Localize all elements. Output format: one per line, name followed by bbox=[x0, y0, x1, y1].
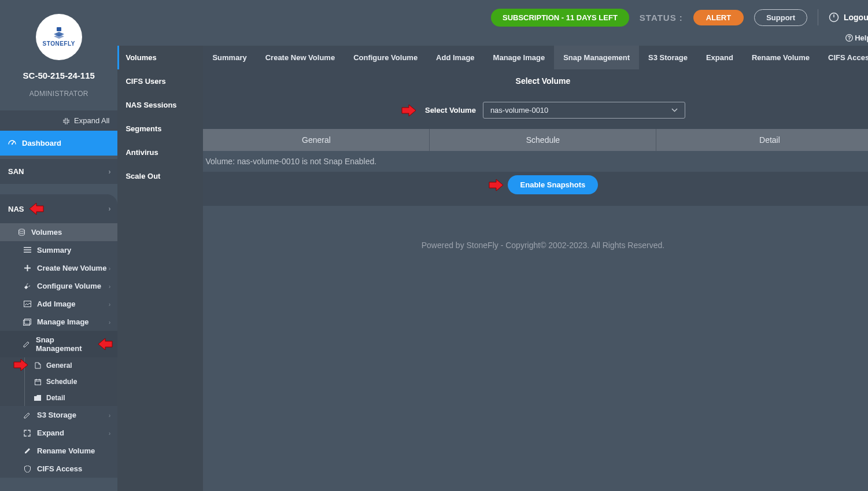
secnav-item-nas-sessions[interactable]: NAS Sessions bbox=[117, 93, 203, 117]
sidebar-item-dashboard[interactable]: Dashboard bbox=[0, 131, 117, 156]
database-icon bbox=[17, 228, 25, 237]
plus-icon bbox=[23, 264, 31, 272]
calendar-icon bbox=[34, 378, 42, 386]
logout-label: Logout bbox=[844, 13, 868, 22]
sidebar-item-add-image[interactable]: Add Image › bbox=[0, 295, 117, 313]
tab-configure-volume[interactable]: Configure Volume bbox=[344, 46, 427, 69]
secnav-label: Antivirus bbox=[125, 148, 158, 157]
tab-cifs-access[interactable]: CIFS Access bbox=[819, 46, 868, 69]
edit-icon bbox=[23, 411, 31, 419]
sidebar-item-label: Create New Volume bbox=[37, 264, 106, 272]
logout-button[interactable]: Logout bbox=[829, 12, 868, 23]
sidebar-item-label: Volumes bbox=[31, 228, 62, 237]
stonefly-logo-icon bbox=[51, 27, 67, 39]
brand-logo: STONEFLY bbox=[0, 0, 117, 60]
subtab-label: Schedule bbox=[526, 135, 560, 145]
sidebar: STONEFLY SC-50-215-24-115 ADMINISTRATOR … bbox=[0, 0, 117, 491]
support-button[interactable]: Support bbox=[754, 9, 807, 26]
secnav-item-segments[interactable]: Segments bbox=[117, 117, 203, 141]
svg-rect-3 bbox=[24, 301, 31, 307]
subtab-label: Detail bbox=[759, 135, 780, 145]
sidebar-item-detail[interactable]: Detail bbox=[0, 390, 117, 406]
tab-label: CIFS Access bbox=[828, 53, 868, 62]
subtab-label: General bbox=[302, 135, 331, 145]
subscription-badge[interactable]: SUBSCRIPTION - 11 DAYS LEFT bbox=[491, 9, 629, 27]
sidebar-item-summary[interactable]: Summary bbox=[0, 241, 117, 259]
pencil-icon bbox=[23, 447, 31, 455]
main-content: SUBSCRIPTION - 11 DAYS LEFT STATUS : ALE… bbox=[117, 0, 868, 491]
volume-select[interactable]: nas-volume-0010 bbox=[483, 102, 685, 119]
help-icon bbox=[845, 34, 853, 42]
tab-summary[interactable]: Summary bbox=[203, 46, 256, 69]
images-icon bbox=[23, 318, 31, 326]
sidebar-item-nas[interactable]: NAS › bbox=[0, 194, 117, 223]
brand-name: STONEFLY bbox=[43, 40, 75, 47]
secnav-label: Volumes bbox=[125, 53, 156, 62]
secnav-label: Scale Out bbox=[125, 172, 160, 180]
volume-status-text: Volume: nas-volume-0010 is not Snap Enab… bbox=[203, 151, 868, 172]
subtab-schedule[interactable]: Schedule bbox=[430, 129, 656, 151]
sidebar-item-label: SAN bbox=[8, 167, 24, 176]
tab-manage-image[interactable]: Manage Image bbox=[484, 46, 555, 69]
sidebar-item-manage-image[interactable]: Manage Image › bbox=[0, 313, 117, 331]
divider bbox=[818, 9, 818, 25]
svg-point-2 bbox=[19, 229, 24, 231]
secnav-label: Segments bbox=[125, 124, 161, 133]
sidebar-item-s3-storage[interactable]: S3 Storage › bbox=[0, 406, 117, 424]
subtab-detail[interactable]: Detail bbox=[656, 129, 868, 151]
sidebar-item-volumes[interactable]: Volumes bbox=[0, 223, 117, 241]
sidebar-item-create-volume[interactable]: Create New Volume › bbox=[0, 259, 117, 277]
tab-label: Expand bbox=[706, 53, 733, 62]
secnav-item-scale-out[interactable]: Scale Out bbox=[117, 164, 203, 188]
tab-s3-storage[interactable]: S3 Storage bbox=[639, 46, 697, 69]
sidebar-item-general[interactable]: General bbox=[0, 357, 117, 374]
secnav-item-antivirus[interactable]: Antivirus bbox=[117, 141, 203, 164]
sidebar-item-label: Schedule bbox=[46, 378, 77, 386]
tab-add-image[interactable]: Add Image bbox=[427, 46, 483, 69]
tab-create-new-volume[interactable]: Create New Volume bbox=[256, 46, 344, 69]
annotation-arrow bbox=[488, 179, 505, 191]
svg-point-1 bbox=[12, 143, 13, 144]
secnav-item-cifs-users[interactable]: CIFS Users bbox=[117, 69, 203, 93]
sidebar-item-label: CIFS Access bbox=[37, 464, 82, 473]
sidebar-item-configure-volume[interactable]: Configure Volume › bbox=[0, 277, 117, 295]
sidebar-item-san[interactable]: SAN › bbox=[0, 159, 117, 184]
subtab-general[interactable]: General bbox=[203, 129, 430, 151]
content-panel: Summary Create New Volume Configure Volu… bbox=[203, 46, 868, 491]
annotation-arrow bbox=[13, 359, 30, 371]
sidebar-item-label: Summary bbox=[37, 246, 71, 254]
sidebar-item-label: Snap Management bbox=[36, 335, 87, 353]
tab-label: Add Image bbox=[436, 53, 474, 62]
alert-badge[interactable]: ALERT bbox=[693, 10, 744, 25]
hostname: SC-50-215-24-115 bbox=[0, 71, 117, 80]
tab-expand[interactable]: Expand bbox=[697, 46, 743, 69]
tabs: Summary Create New Volume Configure Volu… bbox=[203, 46, 868, 69]
annotation-arrow bbox=[401, 104, 418, 117]
expand-all-button[interactable]: Expand All bbox=[0, 110, 117, 131]
image-icon bbox=[23, 300, 31, 308]
sidebar-item-label: General bbox=[46, 361, 72, 370]
tab-label: S3 Storage bbox=[648, 53, 688, 62]
sidebar-item-label: Rename Volume bbox=[37, 446, 95, 455]
tab-snap-management[interactable]: Snap Management bbox=[554, 46, 639, 69]
tab-label: Rename Volume bbox=[752, 53, 810, 62]
sidebar-item-expand[interactable]: Expand › bbox=[0, 424, 117, 442]
secnav-item-volumes[interactable]: Volumes bbox=[117, 46, 203, 69]
expand-arrows-icon bbox=[23, 429, 31, 437]
tab-label: Summary bbox=[212, 53, 246, 62]
sidebar-item-snap-management[interactable]: Snap Management bbox=[0, 331, 117, 357]
secondary-nav: Volumes CIFS Users NAS Sessions Segments… bbox=[117, 46, 203, 491]
sidebar-item-rename-volume[interactable]: Rename Volume bbox=[0, 442, 117, 460]
sidebar-item-schedule[interactable]: Schedule bbox=[0, 374, 117, 390]
svg-rect-0 bbox=[57, 27, 61, 31]
help-link[interactable]: Help bbox=[117, 34, 868, 42]
sidebar-item-cifs-access[interactable]: CIFS Access bbox=[0, 460, 117, 478]
secnav-label: NAS Sessions bbox=[125, 101, 176, 109]
list-icon bbox=[23, 246, 31, 254]
tab-rename-volume[interactable]: Rename Volume bbox=[743, 46, 819, 69]
logo-circle: STONEFLY bbox=[36, 14, 82, 60]
enable-snapshots-button[interactable]: Enable Snapshots bbox=[508, 175, 599, 194]
tab-label: Snap Management bbox=[563, 53, 630, 62]
sidebar-item-label: Dashboard bbox=[22, 139, 61, 147]
footer-copyright: Powered by StoneFly - Copyright© 2002-20… bbox=[203, 206, 868, 285]
